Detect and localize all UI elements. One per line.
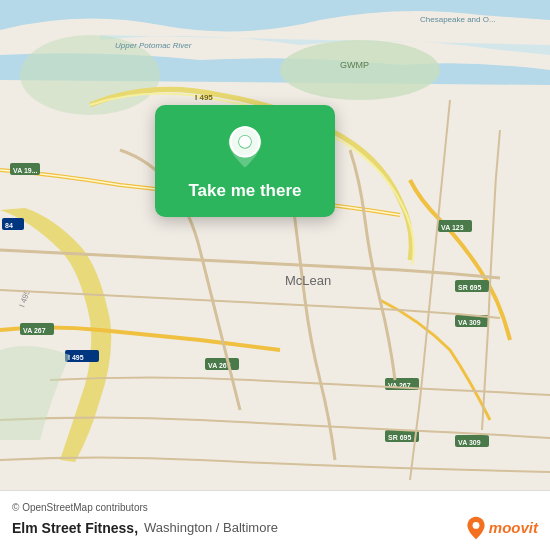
map-attribution: © OpenStreetMap contributors bbox=[12, 502, 538, 513]
svg-point-34 bbox=[239, 136, 251, 148]
moovit-pin-icon bbox=[466, 516, 486, 540]
svg-text:Chesapeake and O...: Chesapeake and O... bbox=[420, 15, 496, 24]
svg-text:Upper Potomac River: Upper Potomac River bbox=[115, 41, 192, 50]
svg-text:VA 309: VA 309 bbox=[458, 319, 481, 326]
svg-text:VA 309: VA 309 bbox=[458, 439, 481, 446]
svg-text:I 495: I 495 bbox=[195, 93, 213, 102]
location-region: Washington / Baltimore bbox=[144, 520, 278, 535]
svg-text:VA 123: VA 123 bbox=[441, 224, 464, 231]
moovit-text: moovit bbox=[489, 519, 538, 536]
svg-text:SR 695: SR 695 bbox=[458, 284, 481, 291]
location-name: Elm Street Fitness, bbox=[12, 520, 138, 536]
svg-text:84: 84 bbox=[5, 222, 13, 229]
take-me-there-label: Take me there bbox=[188, 181, 301, 201]
location-info: Elm Street Fitness, Washington / Baltimo… bbox=[12, 516, 538, 540]
svg-point-1 bbox=[280, 40, 440, 100]
svg-text:GWMP: GWMP bbox=[340, 60, 369, 70]
location-pin-icon bbox=[221, 123, 269, 171]
map-container: GWMP Upper Potomac River Chesapeake and … bbox=[0, 0, 550, 490]
svg-text:VA 267: VA 267 bbox=[23, 327, 46, 334]
svg-text:McLean: McLean bbox=[285, 273, 331, 288]
svg-text:I 495: I 495 bbox=[68, 354, 84, 361]
bottom-bar: © OpenStreetMap contributors Elm Street … bbox=[0, 490, 550, 550]
moovit-logo: moovit bbox=[466, 516, 538, 540]
svg-text:VA 19...: VA 19... bbox=[13, 167, 38, 174]
popup-card[interactable]: Take me there bbox=[155, 105, 335, 217]
svg-point-35 bbox=[472, 522, 479, 529]
svg-text:SR 695: SR 695 bbox=[388, 434, 411, 441]
